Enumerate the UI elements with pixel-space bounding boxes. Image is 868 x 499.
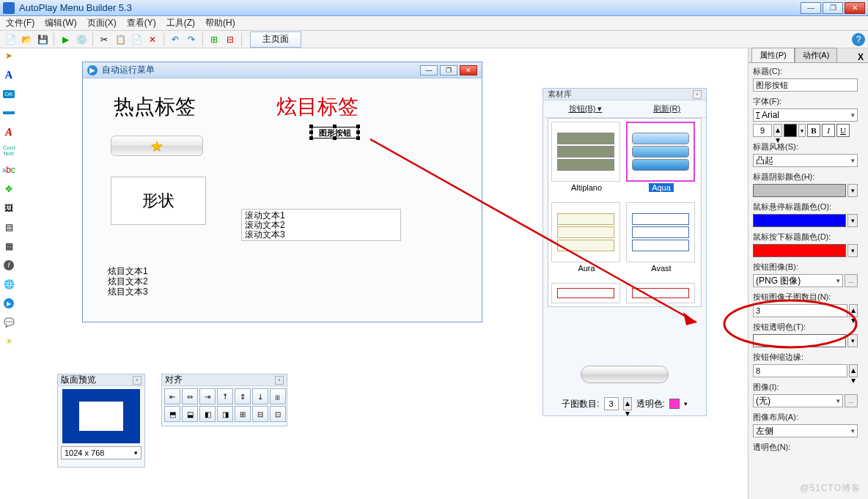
subimg-spinner[interactable]: ▴▾ — [623, 397, 632, 410]
subcount-spinner[interactable]: ▴▾ — [849, 304, 858, 317]
align-hcenter-icon[interactable]: ⇔ — [182, 388, 198, 404]
tab-actions[interactable]: 动作(A) — [795, 48, 838, 62]
undo-icon[interactable]: ↶ — [168, 32, 183, 47]
menu-tools[interactable]: 工具(Z) — [166, 17, 195, 29]
move-icon[interactable]: ✥ — [1, 182, 16, 196]
hover-color-swatch[interactable] — [753, 214, 846, 227]
close-button[interactable]: ✕ — [845, 2, 865, 14]
align-left-icon[interactable]: ⇤ — [164, 388, 180, 404]
add-icon[interactable]: ⊞ — [207, 32, 221, 47]
align-b-icon[interactable]: ⬓ — [182, 406, 198, 422]
align-bottom-icon[interactable]: ⤓ — [252, 388, 268, 404]
sun-icon[interactable]: ☀ — [1, 334, 16, 349]
bold-button[interactable]: B — [807, 124, 820, 137]
layout-combo[interactable]: 左侧 — [753, 424, 858, 437]
run-icon[interactable]: ▶ — [58, 32, 73, 47]
scroll-text-box[interactable]: 滚动文本1 滚动文本2 滚动文本3 — [241, 209, 401, 241]
align-d-icon[interactable]: ◨ — [217, 406, 233, 422]
cooltext-icon[interactable]: CoolText — [1, 144, 16, 158]
copy-icon[interactable]: 📋 — [113, 32, 128, 47]
align-vcenter-icon[interactable]: ⇕ — [235, 388, 251, 404]
minimize-button[interactable]: — — [801, 2, 821, 14]
shadow-color-swatch[interactable] — [753, 184, 846, 197]
flash-label[interactable]: 炫目标签 — [276, 93, 358, 121]
stretch-input[interactable] — [753, 364, 847, 377]
down-color-dd[interactable]: ▾ — [847, 244, 858, 257]
props-close-icon[interactable]: X — [853, 52, 868, 62]
tab-main-page[interactable]: 主页面 — [250, 32, 301, 48]
delete-icon[interactable]: ✕ — [145, 32, 160, 47]
new-icon[interactable]: 📄 — [3, 32, 18, 47]
play2-icon[interactable]: ▶ — [1, 296, 16, 311]
subcount-input[interactable] — [753, 304, 847, 317]
title-input[interactable] — [753, 78, 858, 92]
canvas-body[interactable]: 热点标签 炫目标签 ★ 图形按钮 形状 滚动文本1 滚动文本2 滚动文本3 炫目… — [83, 78, 482, 322]
list1-icon[interactable]: ▤ — [1, 220, 16, 234]
subimg-count[interactable] — [604, 397, 619, 410]
build-icon[interactable]: 💿 — [74, 32, 89, 47]
menu-file[interactable]: 文件(F) — [6, 17, 34, 29]
style-combo[interactable]: 凸起 — [753, 154, 858, 167]
list2-icon[interactable]: ▦ — [1, 239, 16, 254]
maximize-button[interactable]: ❐ — [823, 2, 843, 14]
hover-color-dd[interactable]: ▾ — [847, 214, 858, 227]
menu-page[interactable]: 页面(X) — [87, 17, 117, 29]
font-size-spinner[interactable]: ▴▾ — [773, 124, 782, 137]
btnimg-browse-button[interactable]: … — [845, 274, 858, 287]
text-icon[interactable]: A — [1, 67, 16, 82]
resize-handle[interactable] — [309, 125, 313, 128]
align-f-icon[interactable]: ⊟ — [252, 406, 268, 422]
mat-item-avast[interactable]: Avast — [626, 202, 696, 273]
matlib-button-menu[interactable]: 按钮(B) ▾ — [569, 103, 603, 114]
stretch-spinner[interactable]: ▴▾ — [849, 364, 858, 377]
btntrans-color-dd[interactable]: ▾ — [847, 334, 858, 347]
btntrans-color-swatch[interactable] — [753, 334, 846, 347]
font-size-input[interactable] — [753, 124, 772, 137]
cut-icon[interactable]: ✂ — [97, 32, 111, 47]
canvas-max-button[interactable]: ❐ — [440, 65, 457, 75]
help-icon[interactable]: ? — [852, 33, 865, 46]
resize-handle[interactable] — [333, 136, 336, 140]
star-button[interactable]: ★ — [111, 136, 203, 156]
menu-help[interactable]: 帮助(H) — [205, 17, 235, 29]
menu-view[interactable]: 查看(Y) — [127, 17, 156, 29]
resize-handle[interactable] — [333, 125, 336, 128]
menu-edit[interactable]: 编辑(W) — [45, 17, 76, 29]
matlib-close-icon[interactable]: ▫ — [693, 90, 702, 99]
image-icon[interactable]: 🖼 — [1, 201, 16, 215]
align-right-icon[interactable]: ⇥ — [199, 388, 216, 404]
italic-button[interactable]: I — [822, 124, 835, 137]
resize-handle[interactable] — [356, 125, 360, 128]
align-top-icon[interactable]: ⤒ — [217, 388, 233, 404]
tab-properties[interactable]: 属性(P) — [751, 48, 795, 62]
align-e-icon[interactable]: ⊞ — [235, 406, 251, 422]
resize-handle[interactable] — [356, 136, 360, 140]
preview-close-icon[interactable]: ▫ — [133, 376, 141, 385]
align-g-icon[interactable]: ⊡ — [270, 406, 286, 422]
mat-item-altiplano[interactable]: Altiplano — [551, 122, 622, 192]
remove-icon[interactable]: ⊟ — [223, 32, 238, 47]
trans-swatch[interactable] — [669, 399, 680, 409]
flash-text-list[interactable]: 炫目文本1 炫目文本2 炫目文本3 — [108, 266, 148, 297]
resize-handle[interactable] — [309, 136, 313, 140]
bar-icon[interactable] — [1, 106, 16, 120]
resize-handle[interactable] — [356, 130, 360, 134]
resize-handle[interactable] — [309, 130, 313, 134]
flash-icon[interactable]: f — [1, 258, 16, 273]
mat-item-aqua[interactable]: Aqua — [626, 122, 696, 193]
canvas-min-button[interactable]: — — [420, 65, 438, 75]
open-icon[interactable]: 📂 — [19, 32, 34, 47]
canvas-close-button[interactable]: ✕ — [460, 65, 477, 75]
web-icon[interactable]: 🌐 — [1, 277, 16, 292]
pointer-icon[interactable]: ➤ — [1, 48, 16, 63]
ok-icon[interactable]: OK — [1, 86, 16, 101]
mat-item-more1[interactable] — [551, 283, 622, 303]
underline-button[interactable]: U — [836, 124, 850, 137]
align-a-icon[interactable]: ⬒ — [164, 406, 180, 422]
mat-item-aura[interactable]: Aura — [551, 202, 622, 273]
paste-icon[interactable]: 📄 — [129, 32, 144, 47]
align-close-icon[interactable]: ▫ — [275, 376, 284, 385]
mat-item-more2[interactable] — [626, 283, 696, 303]
font-color-swatch[interactable] — [784, 124, 797, 137]
save-icon[interactable]: 💾 — [35, 32, 50, 47]
